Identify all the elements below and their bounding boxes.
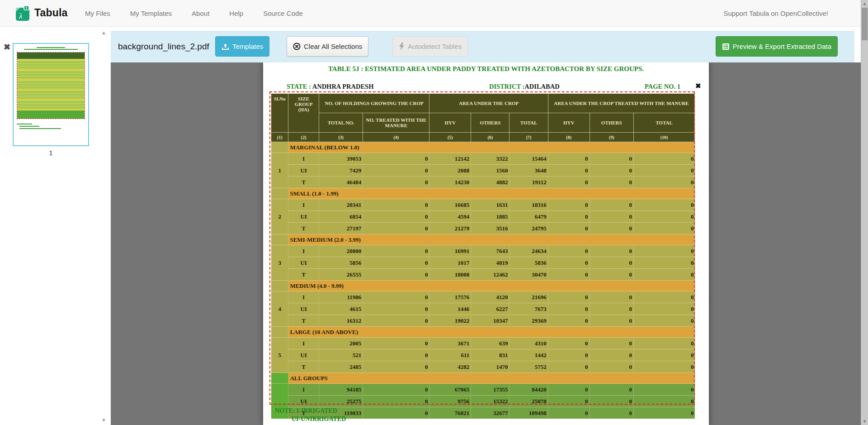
scrollbar-up-icon[interactable]: ▲ [861, 1, 868, 6]
nav-item-about[interactable]: About [192, 10, 209, 17]
tabula-logo-icon: λ [15, 4, 30, 21]
support-link[interactable]: Support Tabula on OpenCollective! [723, 10, 828, 17]
value-cell: 76821 [429, 407, 471, 419]
district-field: DISTRICT :ADILABAD [489, 83, 560, 91]
window-scrollbar[interactable]: ▲ ▼ [861, 0, 868, 425]
value-cell: 109498 [509, 407, 548, 419]
table-list-icon [722, 43, 730, 50]
selection-close-icon[interactable]: ✖ [695, 82, 701, 89]
templates-button[interactable]: Templates [215, 36, 269, 57]
sidebar-scroll-up-icon[interactable]: ▲ [101, 30, 106, 35]
brand-link[interactable]: λ Tabula [15, 4, 68, 21]
preview-export-button[interactable]: Preview & Export Extracted Data [716, 36, 838, 57]
main-panel: background_lines_2.pdf Templates [111, 27, 861, 425]
mini-title-line [37, 47, 65, 48]
brand-name: Tabula [34, 7, 68, 19]
clear-all-selections-button[interactable]: Clear All Selections [287, 36, 368, 57]
page-no-label: PAGE NO. 1 [645, 83, 680, 91]
value-cell: 0 [590, 407, 633, 419]
nav-item-my-templates[interactable]: My Templates [130, 10, 172, 17]
sidebar-scroll-down-icon[interactable]: ▼ [101, 418, 106, 423]
state-value: ANDHRA PRADESH [312, 83, 374, 90]
file-name: background_lines_2.pdf [118, 42, 209, 52]
templates-button-label: Templates [232, 43, 263, 50]
district-value: ADILABAD [524, 83, 559, 90]
page-thumbnail-preview [14, 44, 88, 145]
autodetect-tables-label: Autodetect Tables [408, 43, 462, 50]
mini-note-line [19, 128, 61, 129]
pdf-viewport: TABLE 5J : ESTIMATED AREA UNDER PADDY TR… [111, 62, 861, 425]
remove-circle-icon [293, 43, 301, 50]
value-cell: 0 [633, 407, 694, 419]
pdf-page[interactable]: TABLE 5J : ESTIMATED AREA UNDER PADDY TR… [263, 62, 709, 425]
preview-export-label: Preview & Export Extracted Data [733, 43, 831, 50]
autodetect-tables-button[interactable]: Autodetect Tables [392, 36, 468, 57]
mini-data-row [17, 116, 85, 119]
value-cell: 0 [548, 407, 590, 419]
mini-note-line [19, 126, 39, 127]
state-field: STATE : ANDHRA PRADESH [287, 83, 373, 91]
upload-tray-icon [222, 43, 229, 50]
toolbar: background_lines_2.pdf Templates [111, 31, 854, 62]
nav-item-my-files[interactable]: My Files [85, 10, 110, 17]
scrollbar-down-icon[interactable]: ▼ [861, 419, 868, 424]
remove-file-close-icon[interactable]: ✖ [4, 43, 10, 51]
note-line-1: NOTE: I-IRRIGATED [275, 407, 337, 415]
pdf-table-title: TABLE 5J : ESTIMATED AREA UNDER PADDY TR… [263, 65, 709, 73]
mini-table-header [17, 53, 85, 59]
nav-item-help[interactable]: Help [229, 10, 243, 17]
district-label: DISTRICT : [489, 83, 524, 90]
mini-note-line [17, 124, 32, 124]
state-label: STATE : [287, 83, 311, 90]
mini-title-line [24, 49, 78, 50]
selection-overlay[interactable] [269, 91, 695, 405]
clear-all-selections-label: Clear All Selections [304, 43, 362, 50]
navbar: λ Tabula My Files My Templates About Hel… [0, 0, 861, 27]
nav-item-source-code[interactable]: Source Code [263, 10, 303, 17]
value-cell: 0 [363, 407, 429, 419]
note-line-2: UI-UNIRRIGATED [292, 415, 346, 423]
page-thumbnail-label: 1 [13, 149, 89, 157]
lightning-icon [399, 43, 405, 50]
page-thumbnail[interactable] [13, 43, 89, 146]
nav-links: My Files My Templates About Help Source … [85, 0, 303, 26]
scrollbar-thumb[interactable] [862, 8, 868, 40]
content-area: ✖ 1 ▲ ▼ background_lines_2.pdf [0, 27, 861, 425]
svg-text:λ: λ [19, 12, 22, 20]
value-cell: 32677 [471, 407, 509, 419]
sidebar-thumbnails: ✖ 1 ▲ ▼ [0, 27, 111, 425]
mini-table [17, 52, 85, 119]
